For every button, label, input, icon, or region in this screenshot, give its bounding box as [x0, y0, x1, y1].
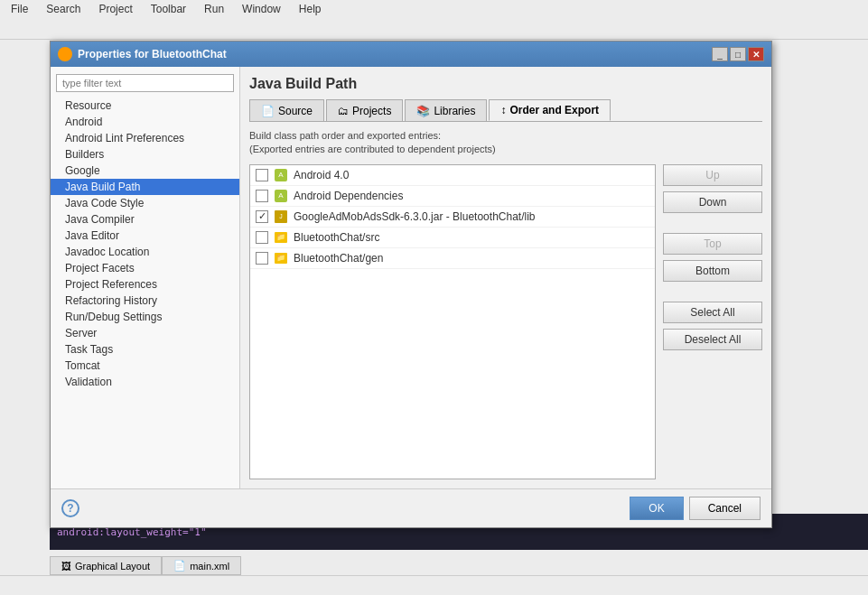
content-area: A Android 4.0 A Android Dependencies	[249, 164, 762, 479]
tab-main-xml[interactable]: 📄 main.xml	[162, 556, 241, 575]
nav-item-google[interactable]: Google	[51, 163, 239, 179]
nav-item-run-debug-settings[interactable]: Run/Debug Settings	[51, 309, 239, 325]
main-xml-label: main.xml	[190, 561, 229, 572]
checkbox-android-deps[interactable]	[256, 190, 268, 202]
ide-menubar: File Search Project Toolbar Run Window H…	[0, 0, 868, 18]
checkbox-google-admob[interactable]	[256, 210, 268, 223]
right-panel: Java Build Path 📄 Source 🗂 Projects 📚 Li…	[240, 67, 771, 488]
description-line2: (Exported entries are contributed to dep…	[249, 143, 762, 156]
nav-tree: Resource Android Android Lint Preference…	[51, 96, 239, 485]
libraries-tab-icon: 📚	[416, 105, 430, 117]
checkbox-bluetooth-src[interactable]	[256, 231, 268, 244]
android-deps-text: Android Dependencies	[294, 190, 403, 202]
google-admob-icon: J	[274, 209, 288, 224]
nav-item-java-compiler[interactable]: Java Compiler	[51, 211, 239, 228]
menu-file[interactable]: File	[7, 1, 32, 17]
dialog-title-left: Properties for BluetoothChat	[58, 47, 227, 61]
nav-item-android-lint[interactable]: Android Lint Preferences	[51, 130, 239, 146]
dialog-app-icon	[58, 47, 72, 61]
nav-item-project-facets[interactable]: Project Facets	[51, 260, 239, 276]
panel-title: Java Build Path	[249, 76, 762, 92]
properties-dialog: Properties for BluetoothChat _ □ ✕ Resou…	[50, 41, 772, 528]
list-item-bluetooth-src[interactable]: 📁 BluetoothChat/src	[250, 228, 655, 248]
bluetooth-src-icon: 📁	[274, 230, 288, 245]
list-container: A Android 4.0 A Android Dependencies	[249, 164, 656, 479]
cancel-button[interactable]: Cancel	[689, 497, 761, 520]
nav-item-javadoc-location[interactable]: Javadoc Location	[51, 244, 239, 260]
projects-tab-label: Projects	[352, 105, 391, 117]
help-button[interactable]: ?	[61, 499, 79, 517]
filter-input[interactable]	[56, 74, 234, 92]
top-button[interactable]: Top	[663, 233, 762, 255]
tab-bar: 📄 Source 🗂 Projects 📚 Libraries ↕ Order …	[249, 99, 762, 122]
bluetooth-src-text: BluetoothChat/src	[294, 231, 379, 244]
list-item-google-admob[interactable]: J GoogleAdMobAdsSdk-6.3.0.jar - Bluetoot…	[250, 207, 655, 228]
graphical-layout-icon: 🖼	[61, 561, 71, 572]
android40-text: Android 4.0	[294, 169, 349, 181]
nav-item-resource[interactable]: Resource	[51, 98, 239, 114]
nav-item-android[interactable]: Android	[51, 114, 239, 130]
ok-button[interactable]: OK	[630, 497, 683, 520]
menu-run[interactable]: Run	[201, 1, 228, 17]
google-admob-text: GoogleAdMobAdsSdk-6.3.0.jar - BluetoothC…	[294, 210, 536, 223]
tab-projects[interactable]: 🗂 Projects	[326, 99, 403, 121]
nav-item-builders[interactable]: Builders	[51, 146, 239, 163]
bluetooth-gen-icon: 📁	[274, 251, 288, 265]
menu-toolbar[interactable]: Toolbar	[147, 1, 190, 17]
nav-item-refactoring-history[interactable]: Refactoring History	[51, 293, 239, 309]
dialog-titlebar: Properties for BluetoothChat _ □ ✕	[51, 42, 771, 67]
menu-search[interactable]: Search	[42, 1, 84, 17]
nav-item-java-build-path[interactable]: Java Build Path	[51, 179, 239, 195]
nav-item-project-references[interactable]: Project References	[51, 276, 239, 293]
list-item-android-deps[interactable]: A Android Dependencies	[250, 186, 655, 207]
buttons-panel: Up Down Top Bottom Select All Deselect A…	[663, 164, 762, 479]
maximize-button[interactable]: □	[730, 47, 746, 61]
description-text: Build class path order and exported entr…	[249, 129, 762, 157]
ide-topbar: File Search Project Toolbar Run Window H…	[0, 0, 868, 40]
dialog-title-text: Properties for BluetoothChat	[78, 48, 227, 60]
nav-item-validation[interactable]: Validation	[51, 374, 239, 390]
source-tab-label: Source	[278, 105, 313, 117]
source-tab-icon: 📄	[261, 105, 275, 117]
dialog-bottom: ? OK Cancel	[51, 488, 771, 527]
nav-item-java-code-style[interactable]: Java Code Style	[51, 195, 239, 211]
order-export-tab-label: Order and Export	[509, 104, 599, 116]
menu-help[interactable]: Help	[295, 1, 325, 17]
nav-item-java-editor[interactable]: Java Editor	[51, 228, 239, 244]
bottom-tab-bar: 🖼 Graphical Layout 📄 main.xml	[50, 556, 241, 575]
android40-icon: A	[274, 168, 288, 182]
left-nav-panel: Resource Android Android Lint Preference…	[51, 67, 240, 488]
tab-order-and-export[interactable]: ↕ Order and Export	[489, 99, 611, 121]
android-deps-icon: A	[274, 189, 288, 203]
select-all-button[interactable]: Select All	[663, 302, 762, 323]
up-button[interactable]: Up	[663, 164, 762, 186]
checkbox-android40[interactable]	[256, 169, 268, 181]
nav-item-server[interactable]: Server	[51, 325, 239, 341]
bottom-buttons: OK Cancel	[630, 497, 761, 520]
graphical-layout-label: Graphical Layout	[75, 561, 150, 572]
nav-item-tomcat[interactable]: Tomcat	[51, 358, 239, 374]
nav-item-task-tags[interactable]: Task Tags	[51, 341, 239, 358]
tab-libraries[interactable]: 📚 Libraries	[405, 99, 487, 121]
down-button[interactable]: Down	[663, 191, 762, 213]
close-button[interactable]: ✕	[748, 47, 764, 61]
bottom-button[interactable]: Bottom	[663, 260, 762, 282]
tab-graphical-layout[interactable]: 🖼 Graphical Layout	[50, 556, 162, 575]
deselect-all-button[interactable]: Deselect All	[663, 329, 762, 350]
description-line1: Build class path order and exported entr…	[249, 129, 762, 143]
menu-project[interactable]: Project	[95, 1, 135, 17]
dialog-body: Resource Android Android Lint Preference…	[51, 67, 771, 488]
minimize-button[interactable]: _	[712, 47, 728, 61]
menu-window[interactable]: Window	[238, 1, 285, 17]
checkbox-bluetooth-gen[interactable]	[256, 252, 268, 265]
list-item-android40[interactable]: A Android 4.0	[250, 165, 655, 186]
bluetooth-gen-text: BluetoothChat/gen	[294, 252, 383, 265]
status-bar	[0, 575, 868, 595]
list-item-bluetooth-gen[interactable]: 📁 BluetoothChat/gen	[250, 248, 655, 269]
tab-source[interactable]: 📄 Source	[249, 99, 324, 121]
main-xml-icon: 📄	[173, 560, 186, 572]
projects-tab-icon: 🗂	[338, 105, 349, 117]
order-export-tab-icon: ↕	[500, 104, 506, 116]
dialog-title-buttons: _ □ ✕	[712, 47, 764, 61]
libraries-tab-label: Libraries	[434, 105, 475, 117]
